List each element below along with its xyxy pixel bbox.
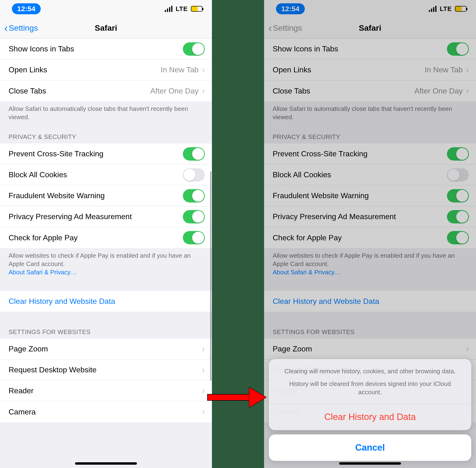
row-block-cookies: Block All Cookies: [264, 164, 476, 185]
row-label: Check for Apple Pay: [9, 234, 183, 242]
row-label: Show Icons in Tabs: [273, 44, 447, 53]
switch-apple-pay[interactable]: [183, 231, 205, 244]
sheet-message: Clearing will remove history, cookies, a…: [269, 359, 471, 404]
switch-show-icons[interactable]: [183, 42, 205, 56]
row-label: Open Links: [9, 65, 161, 74]
section-websites-header: Settings for Websites: [264, 321, 476, 338]
section-websites-header: Settings for Websites: [0, 321, 212, 338]
chevron-right-icon: ›: [466, 344, 469, 354]
switch-show-icons: [447, 42, 469, 56]
switch-fraud-warning: [447, 189, 469, 203]
chevron-right-icon: ›: [202, 65, 205, 75]
row-show-icons[interactable]: Show Icons in Tabs: [0, 39, 212, 59]
status-time: 12:54: [276, 3, 305, 14]
row-clear-history[interactable]: Clear History and Website Data: [0, 291, 212, 312]
phone-right: 12:54 LTE ‹ Settings Safari Show Icons i…: [264, 0, 476, 468]
row-label: Close Tabs: [9, 87, 150, 95]
row-apple-pay: Check for Apple Pay: [264, 227, 476, 248]
row-block-cookies[interactable]: Block All Cookies: [0, 164, 212, 185]
chevron-right-icon: ›: [202, 86, 205, 96]
switch-block-cookies[interactable]: [183, 168, 205, 182]
row-label: Camera: [9, 408, 202, 416]
network-label: LTE: [176, 5, 188, 13]
home-indicator[interactable]: [75, 462, 137, 465]
row-page-zoom[interactable]: Page Zoom ›: [0, 338, 212, 360]
switch-priv-ads[interactable]: [183, 210, 205, 223]
nav-bar: ‹ Settings Safari: [0, 18, 212, 39]
sheet-clear-button[interactable]: Clear History and Data: [269, 404, 471, 430]
switch-fraud-warning[interactable]: [183, 189, 205, 203]
row-open-links[interactable]: Open Links In New Tab ›: [0, 59, 212, 80]
tabs-footer: Allow Safari to automatically close tabs…: [0, 101, 212, 126]
section-privacy-header: Privacy & Security: [0, 126, 212, 144]
row-label: Block All Cookies: [273, 170, 447, 179]
switch-prevent-tracking: [447, 147, 469, 161]
row-label: Page Zoom: [273, 345, 466, 353]
row-label: Open Links: [273, 65, 425, 74]
row-apple-pay[interactable]: Check for Apple Pay: [0, 227, 212, 248]
row-value: In New Tab: [425, 65, 463, 74]
row-value: After One Day: [414, 87, 463, 95]
switch-block-cookies: [447, 168, 469, 182]
chevron-right-icon: ›: [202, 365, 205, 375]
nav-bar: ‹ Settings Safari: [264, 18, 476, 39]
row-close-tabs: Close Tabs After One Day ›: [264, 80, 476, 101]
privacy-footer: Allow websites to check if Apple Pay is …: [264, 248, 476, 281]
row-label: Prevent Cross-Site Tracking: [273, 149, 447, 158]
back-button[interactable]: ‹ Settings: [0, 23, 38, 33]
signal-icon: [165, 6, 172, 12]
row-label: Request Desktop Website: [9, 366, 202, 374]
chevron-right-icon: ›: [466, 86, 469, 96]
phone-left: 12:54 LTE ‹ Settings Safari Show Icons i…: [0, 0, 212, 468]
switch-apple-pay: [447, 231, 469, 244]
back-button[interactable]: ‹ Settings: [264, 23, 302, 33]
back-label: Settings: [273, 23, 302, 33]
row-priv-ads: Privacy Preserving Ad Measurement: [264, 206, 476, 227]
status-bar: 12:54 LTE: [0, 0, 212, 18]
row-fraud-warning: Fraudulent Website Warning: [264, 185, 476, 206]
scrollbar[interactable]: [210, 171, 212, 381]
tabs-footer: Allow Safari to automatically close tabs…: [264, 101, 476, 126]
row-reader[interactable]: Reader ›: [0, 380, 212, 401]
about-privacy-link[interactable]: About Safari & Privacy…: [9, 269, 77, 276]
action-sheet: Clearing will remove history, cookies, a…: [269, 359, 471, 461]
row-label: Check for Apple Pay: [273, 234, 447, 242]
sheet-cancel-button[interactable]: Cancel: [269, 435, 471, 461]
row-label: Block All Cookies: [9, 170, 183, 179]
row-prevent-tracking: Prevent Cross-Site Tracking: [264, 144, 476, 164]
row-label: Fraudulent Website Warning: [273, 191, 447, 200]
row-value: In New Tab: [161, 65, 199, 74]
privacy-footer: Allow websites to check if Apple Pay is …: [0, 248, 212, 281]
row-label: Clear History and Website Data: [9, 297, 205, 306]
battery-icon: [455, 6, 466, 12]
signal-icon: [429, 6, 436, 12]
home-indicator[interactable]: [339, 462, 401, 465]
chevron-right-icon: ›: [202, 407, 205, 417]
row-open-links: Open Links In New Tab ›: [264, 59, 476, 80]
row-label: Prevent Cross-Site Tracking: [9, 149, 183, 158]
row-fraud-warning[interactable]: Fraudulent Website Warning: [0, 185, 212, 206]
row-label: Clear History and Website Data: [273, 297, 469, 306]
row-priv-ads[interactable]: Privacy Preserving Ad Measurement: [0, 206, 212, 227]
chevron-right-icon: ›: [202, 386, 205, 396]
chevron-right-icon: ›: [202, 344, 205, 354]
switch-priv-ads: [447, 210, 469, 223]
about-privacy-link: About Safari & Privacy…: [273, 269, 341, 276]
status-bar: 12:54 LTE: [264, 0, 476, 18]
row-label: Close Tabs: [273, 87, 414, 95]
chevron-right-icon: ›: [466, 65, 469, 75]
row-camera[interactable]: Camera ›: [0, 401, 212, 422]
switch-prevent-tracking[interactable]: [183, 147, 205, 161]
row-prevent-tracking[interactable]: Prevent Cross-Site Tracking: [0, 144, 212, 164]
section-privacy-header: Privacy & Security: [264, 126, 476, 144]
chevron-left-icon: ‹: [4, 23, 8, 33]
settings-list[interactable]: Show Icons in Tabs Open Links In New Tab…: [0, 39, 212, 422]
row-show-icons: Show Icons in Tabs: [264, 39, 476, 59]
row-close-tabs[interactable]: Close Tabs After One Day ›: [0, 80, 212, 101]
back-label: Settings: [9, 23, 38, 33]
row-desktop-site[interactable]: Request Desktop Website ›: [0, 360, 212, 380]
row-label: Page Zoom: [9, 345, 202, 353]
row-value: After One Day: [150, 87, 199, 95]
row-label: Privacy Preserving Ad Measurement: [9, 212, 183, 221]
row-label: Show Icons in Tabs: [9, 44, 183, 53]
